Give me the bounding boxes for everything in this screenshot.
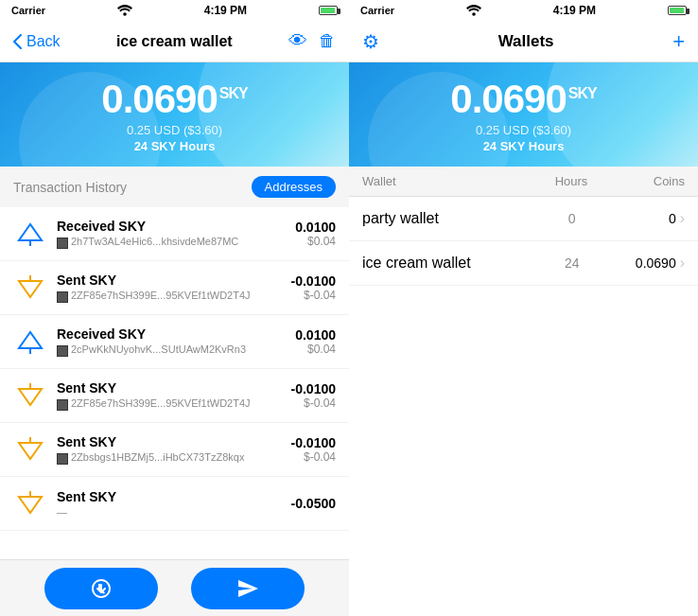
tx-sky-1: 0.0100 — [295, 220, 336, 235]
tx-info-4: Sent SKY 2ZF85e7hSH399E...95KVEf1tWD2T4J — [57, 380, 282, 410]
tx-amounts-4: -0.0100 $-0.04 — [291, 381, 336, 410]
battery-area-left — [319, 6, 338, 15]
right-panel: Carrier 4:19 PM ⚙ Wallets + 0.0690SKY 0.… — [349, 0, 698, 616]
tx-amounts-1: 0.0100 $0.04 — [295, 220, 336, 248]
table-row[interactable]: Sent SKY 2Zbsbgs1HBZMj5...iHbCX73TzZ8kqx… — [0, 423, 349, 477]
balance-number-right: 0.0690 — [450, 77, 566, 121]
tx-usd-2: $-0.04 — [291, 289, 336, 302]
wallet-coins-1: 0 — [610, 211, 676, 226]
table-row[interactable]: Received SKY 2h7Tw3AL4eHic6...khsivdeMe8… — [0, 207, 349, 261]
carrier-left: Carrier — [11, 5, 45, 16]
tx-amounts-6: -0.0500 — [291, 496, 336, 511]
sent-icon-4 — [13, 378, 47, 413]
tx-amounts-5: -0.0100 $-0.04 — [291, 435, 336, 464]
svg-marker-9 — [19, 443, 42, 459]
table-row[interactable]: Sent SKY 2ZF85e7hSH399E...95KVEf1tWD2T4J… — [0, 261, 349, 315]
tx-type-5: Sent SKY — [57, 434, 282, 449]
tx-type-2: Sent SKY — [57, 273, 282, 288]
wifi-icon-left — [117, 5, 132, 16]
wallet-nav-title: ice cream wallet — [116, 33, 233, 50]
section-header-left: Transaction History Addresses — [0, 167, 349, 207]
tx-info-5: Sent SKY 2Zbsbgs1HBZMj5...iHbCX73TzZ8kqx — [57, 434, 282, 464]
tx-addr-2: 2ZF85e7hSH399E...95KVEf1tWD2T4J — [57, 290, 282, 302]
battery-fill-left — [321, 8, 335, 13]
eye-icon[interactable]: 👁 — [288, 30, 307, 52]
addresses-button[interactable]: Addresses — [252, 176, 336, 198]
svg-marker-5 — [19, 332, 42, 348]
chevron-right-icon-1: › — [680, 210, 685, 227]
balance-unit-left: SKY — [219, 85, 248, 101]
carrier-right: Carrier — [360, 5, 394, 16]
wallet-name-2: ice cream wallet — [362, 255, 534, 272]
sent-icon-5 — [13, 432, 47, 466]
balance-number-left: 0.0690 — [101, 77, 217, 121]
balance-usd-left: 0.25 USD ($3.60) — [0, 123, 349, 137]
bottom-bar-left — [0, 559, 349, 616]
status-bar-right: Carrier 4:19 PM — [349, 0, 698, 21]
receive-button[interactable] — [44, 568, 158, 609]
received-icon-3 — [13, 325, 47, 359]
table-row[interactable]: Received SKY 2cPwKkNUyohvK...SUtUAwM2KvR… — [0, 315, 349, 369]
add-wallet-button[interactable]: + — [672, 29, 685, 54]
wallet-hours-2: 24 — [534, 255, 610, 271]
time-right: 4:19 PM — [553, 4, 596, 17]
tx-amounts-2: -0.0100 $-0.04 — [291, 273, 336, 302]
nav-right-icons: 👁 🗑 — [288, 30, 336, 52]
battery-area-right — [668, 6, 687, 15]
table-row[interactable]: Sent SKY 2ZF85e7hSH399E...95KVEf1tWD2T4J… — [0, 369, 349, 423]
send-arrow-icon — [16, 273, 44, 302]
send-arrow-icon-2 — [16, 381, 44, 410]
send-button[interactable] — [191, 568, 305, 609]
list-item[interactable]: ice cream wallet 24 0.0690 › — [349, 241, 698, 286]
tx-usd-4: $-0.04 — [291, 396, 336, 410]
battery-icon-left — [319, 6, 338, 15]
received-icon-1 — [13, 217, 47, 251]
battery-fill-right — [670, 8, 684, 13]
list-item[interactable]: party wallet 0 0 › — [349, 197, 698, 241]
status-bar-left: Carrier 4:19 PM — [0, 0, 349, 21]
tx-usd-1: $0.04 — [295, 235, 336, 248]
wallet-coins-2: 0.0690 — [610, 255, 676, 271]
settings-button[interactable]: ⚙ — [362, 30, 379, 53]
receive-button-icon — [90, 577, 113, 600]
transaction-list: Received SKY 2h7Tw3AL4eHic6...khsivdeMe8… — [0, 207, 349, 559]
tx-type-4: Sent SKY — [57, 380, 282, 396]
tx-type-3: Received SKY — [57, 326, 286, 342]
receive-arrow-icon-2 — [16, 327, 44, 356]
sent-icon-2 — [13, 271, 47, 305]
hero-header-left: 0.0690SKY 0.25 USD ($3.60) 24 SKY Hours — [0, 62, 349, 167]
tx-addr-5: 2Zbsbgs1HBZMj5...iHbCX73TzZ8kqx — [57, 451, 282, 464]
svg-marker-1 — [19, 224, 42, 240]
battery-icon-right — [668, 6, 687, 15]
nav-bar-left: Back ice cream wallet 👁 🗑 — [0, 21, 349, 62]
receive-arrow-icon — [16, 220, 44, 248]
tx-sky-3: 0.0100 — [295, 327, 336, 343]
wallets-nav-bar: ⚙ Wallets + — [349, 21, 698, 62]
back-button[interactable]: Back — [13, 33, 61, 50]
tx-info-1: Received SKY 2h7Tw3AL4eHic6...khsivdeMe8… — [57, 219, 286, 248]
tx-usd-3: $0.04 — [295, 343, 336, 356]
tx-info-6: Sent SKY — — [57, 489, 282, 518]
tx-type-6: Sent SKY — [57, 489, 282, 504]
tx-sky-6: -0.0500 — [291, 496, 336, 511]
tx-addr-1: 2h7Tw3AL4eHic6...khsivdeMe87MC — [57, 236, 286, 248]
hero-header-right: 0.0690SKY 0.25 USD ($3.60) 24 SKY Hours — [349, 62, 698, 167]
chevron-right-icon-2: › — [680, 255, 685, 272]
balance-unit-right: SKY — [568, 85, 597, 101]
balance-display-right: 0.0690SKY — [349, 79, 698, 119]
balance-usd-right: 0.25 USD ($3.60) — [349, 123, 698, 137]
svg-marker-7 — [19, 389, 42, 405]
tx-sky-4: -0.0100 — [291, 381, 336, 396]
tx-usd-5: $-0.04 — [291, 450, 336, 464]
table-row[interactable]: Sent SKY — -0.0500 — [0, 477, 349, 531]
wallet-hours-1: 0 — [534, 211, 610, 226]
svg-point-13 — [472, 12, 476, 16]
svg-marker-3 — [19, 281, 42, 297]
wallets-title: Wallets — [498, 32, 554, 51]
sent-icon-6 — [13, 486, 47, 520]
trash-icon[interactable]: 🗑 — [319, 31, 336, 51]
tx-sky-5: -0.0100 — [291, 435, 336, 450]
tx-addr-6: — — [57, 506, 282, 518]
tx-addr-3: 2cPwKkNUyohvK...SUtUAwM2KvRn3 — [57, 343, 286, 356]
time-left: 4:19 PM — [204, 4, 247, 17]
